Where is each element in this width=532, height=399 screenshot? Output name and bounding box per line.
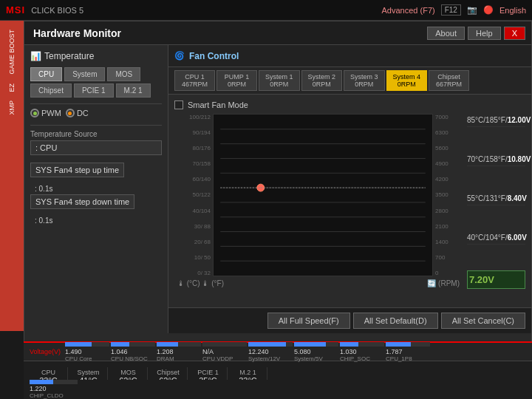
- volt-cpu-1p8-track: [386, 342, 430, 347]
- step-down-value: : 0.1s: [30, 215, 162, 226]
- left-panel: 📊 Temperature CPU System MOS Chipset PCI…: [24, 45, 168, 333]
- volt-dram-track: [157, 342, 201, 347]
- y-label-5: 50/122: [174, 191, 211, 198]
- pwm-radio[interactable]: PWM: [30, 109, 61, 117]
- smart-fan-checkbox[interactable]: [174, 100, 183, 109]
- fan-tab-sys3-rpm: 0RPM: [350, 81, 378, 88]
- fan-tab-sys2[interactable]: System 2 0RPM: [301, 70, 343, 91]
- fan-tab-sys3-name: System 3: [350, 73, 378, 81]
- f12-key[interactable]: F12: [441, 4, 461, 16]
- cpu-button[interactable]: CPU: [30, 67, 62, 81]
- bottom-buttons: All Full Speed(F) All Set Default(D) All…: [168, 307, 531, 333]
- smart-fan-row: Smart Fan Mode: [174, 100, 463, 109]
- volt-dram: 1.208 DRAM: [157, 342, 201, 362]
- camera-icon: 📷: [467, 5, 477, 15]
- volt-row-0: 85°C/185°F/ 12.00V: [467, 114, 525, 127]
- set-cancel-button[interactable]: All Set Cancel(C): [441, 313, 525, 329]
- fan-control-header: 🌀 Fan Control: [168, 45, 531, 67]
- y-label-3: 70/158: [174, 160, 211, 167]
- fan-tab-cpu1[interactable]: CPU 1 467RPM: [174, 70, 215, 91]
- mos-button[interactable]: MOS: [107, 67, 140, 81]
- chart-area: Smart Fan Mode 100/212 90/194 80/176 70/…: [168, 95, 531, 307]
- language-nav[interactable]: English: [499, 6, 526, 15]
- y-axis-labels: 100/212 90/194 80/176 70/158 60/140 50/1…: [174, 114, 213, 276]
- temp-source-box[interactable]: : CPU: [30, 140, 162, 155]
- m21-button[interactable]: M.2 1: [116, 83, 151, 98]
- step-up-label: SYS Fan4 step up time: [35, 166, 119, 174]
- help-button[interactable]: Help: [468, 27, 501, 40]
- volt-row-3-label: 40°C/104°F/: [467, 233, 508, 242]
- dc-radio[interactable]: DC: [66, 109, 89, 117]
- sidebar-item-game[interactable]: GAME BOOST: [7, 27, 17, 78]
- y-label-9: 10/ 50: [174, 254, 211, 261]
- fan-tab-chipset-name: Chipset: [435, 73, 463, 81]
- bios-subtitle: CLICK BIOS 5: [31, 6, 83, 15]
- window-titlebar: Hardware Monitor About Help X: [24, 21, 531, 45]
- y-label-0: 100/212: [174, 114, 211, 120]
- left-sidebar: GAME BOOST EZ XMP: [0, 21, 24, 331]
- fan-control-title: Fan Control: [189, 51, 239, 61]
- divider-1: [30, 103, 162, 104]
- fan-tab-sys1-rpm: 0RPM: [265, 81, 293, 88]
- step-up-value: : 0.1s: [30, 183, 162, 194]
- temperature-label: Temperature: [44, 51, 94, 61]
- sidebar-item-xmp[interactable]: XMP: [7, 98, 17, 118]
- right-panel: 🌀 Fan Control CPU 1 467RPM PUMP 1 0RPM S…: [168, 45, 531, 333]
- volt-row-1-label: 70°C/158°F/: [467, 155, 508, 163]
- y-label-6: 40/104: [174, 208, 211, 214]
- volt-sys5v: 5.080 System/5V: [294, 342, 338, 362]
- chipset-button[interactable]: Chipset: [30, 83, 72, 98]
- volt-cpu-vddp-track: [202, 342, 247, 347]
- volt-row-highlighted: 7.20V: [467, 270, 525, 289]
- smart-fan-label: Smart Fan Mode: [188, 100, 248, 109]
- chart-right-voltages: 85°C/185°F/ 12.00V 70°C/158°F/ 10.80V 55…: [463, 100, 525, 301]
- bottom-volt-row: 1.220 CHIP_CLDO: [24, 380, 532, 399]
- about-button[interactable]: About: [427, 27, 465, 40]
- power-icon: 🔴: [483, 5, 494, 15]
- system-button[interactable]: System: [64, 67, 105, 81]
- content-area: 📊 Temperature CPU System MOS Chipset PCI…: [24, 45, 531, 333]
- chart-container[interactable]: [213, 114, 433, 278]
- fan-tab-sys2-name: System 2: [308, 73, 336, 81]
- fan-tab-sys3[interactable]: System 3 0RPM: [344, 70, 385, 91]
- top-bar-right: Advanced (F7) F12 📷 🔴 English: [382, 4, 526, 16]
- volt-row-3-val: 6.00V: [508, 233, 527, 242]
- volt-cpu-core: 1.490 CPU Core: [65, 342, 109, 362]
- temperature-header: 📊 Temperature: [30, 51, 162, 61]
- volt-sys12v: 12.240 System/12V: [248, 342, 293, 362]
- fan-tab-chipset[interactable]: Chipset 667RPM: [429, 70, 469, 91]
- step-down-button[interactable]: SYS Fan4 step down time: [30, 194, 134, 209]
- step-up-button[interactable]: SYS Fan4 step up time: [30, 163, 124, 177]
- volt-cpu-nb-track: [111, 342, 155, 347]
- fan-tab-sys2-rpm: 0RPM: [308, 81, 336, 88]
- volt-chip-soc: 1.030 CHIP_SOC: [340, 342, 384, 362]
- volt-row-2: 55°C/131°F/ 8.40V: [467, 192, 525, 205]
- set-default-button[interactable]: All Set Default(D): [353, 313, 438, 329]
- voltage-bar-area: Voltage(V) 1.490 CPU Core 1.046 CPU NB/S…: [24, 341, 532, 361]
- fan-tab-sys4-rpm: 0RPM: [393, 81, 421, 88]
- step-down-label: SYS Fan4 step down time: [35, 197, 129, 206]
- volt-row-2-val: 8.40V: [508, 194, 527, 202]
- volt-row-2-label: 55°C/131°F/: [467, 194, 508, 202]
- y-axis-right-labels: 7000 6300 5600 4900 4200 3500 2800 2100 …: [433, 114, 463, 276]
- fan-tab-cpu1-rpm: 467RPM: [181, 81, 208, 88]
- advanced-nav[interactable]: Advanced (F7): [382, 6, 435, 15]
- fan-tab-cpu1-name: CPU 1: [181, 73, 208, 81]
- y-label-10: 0/ 32: [174, 270, 211, 276]
- close-button[interactable]: X: [504, 27, 525, 40]
- full-speed-button[interactable]: All Full Speed(F): [267, 313, 350, 329]
- window-buttons: About Help X: [427, 27, 525, 40]
- fan-tab-sys1[interactable]: System 1 0RPM: [259, 70, 300, 91]
- fan-tab-sys4[interactable]: System 4 0RPM: [386, 70, 428, 91]
- temp-c-label: 🌡 (°C) 🌡 (°F): [177, 279, 224, 287]
- sidebar-item-ez[interactable]: EZ: [7, 81, 17, 95]
- cpu-buttons-group: CPU System MOS Chipset PCIE 1 M.2 1: [30, 67, 162, 98]
- volt-cpu-nb: 1.046 CPU NB/SOC: [111, 342, 155, 362]
- volt-sys5v-track: [294, 342, 338, 347]
- volt-chip-soc-track: [340, 342, 384, 347]
- fan-tab-pump1[interactable]: PUMP 1 0RPM: [216, 70, 257, 91]
- pwm-dc-row: PWM DC: [30, 109, 162, 117]
- pcie1-button[interactable]: PCIE 1: [74, 83, 114, 98]
- fan-tab-pump1-rpm: 0RPM: [223, 81, 250, 88]
- pwm-radio-dot: [30, 109, 39, 117]
